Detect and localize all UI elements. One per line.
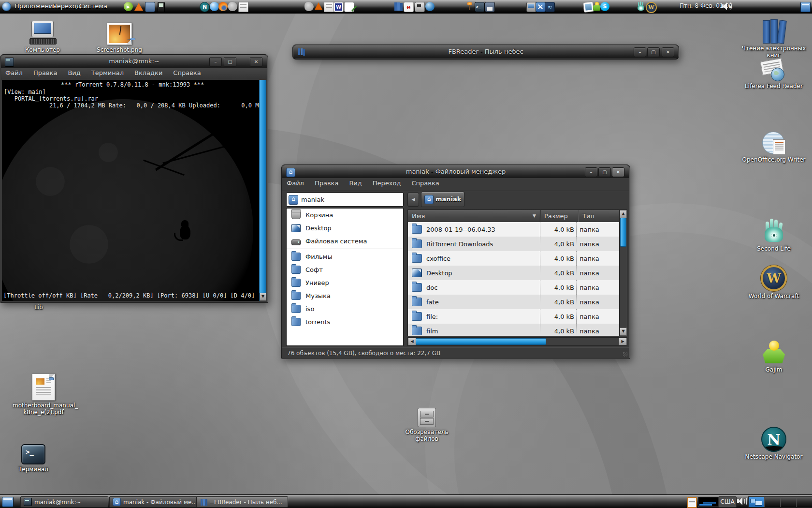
vlc-icon[interactable] bbox=[134, 3, 143, 11]
minimize-button[interactable]: – bbox=[585, 167, 597, 177]
desktop-icon-secondlife[interactable]: Second Life bbox=[742, 219, 805, 252]
terminal-launcher-icon[interactable]: >_ bbox=[475, 2, 485, 12]
menu-file[interactable]: Файл bbox=[282, 178, 308, 191]
sidebar-item-desktop[interactable]: Desktop bbox=[287, 222, 403, 235]
column-header-size[interactable]: Размер bbox=[540, 210, 579, 222]
secondlife-icon[interactable] bbox=[637, 2, 646, 11]
desktop-icon-gajim[interactable]: Gajim bbox=[743, 341, 804, 373]
text-document-icon[interactable] bbox=[324, 2, 334, 12]
desktop-icon-pdf[interactable]: motherboard_manual_ k8ne_e(2).pdf bbox=[13, 374, 74, 416]
wow-icon[interactable]: W bbox=[646, 2, 657, 13]
table-row[interactable]: Desktop 4,0 kB папка bbox=[408, 266, 620, 280]
table-row[interactable]: fate 4,0 kB папка bbox=[408, 295, 620, 309]
floppy-icon[interactable] bbox=[485, 2, 495, 12]
netscape-icon[interactable]: N bbox=[200, 2, 210, 12]
taskbar-item-terminal[interactable]: maniak@mnk:~ bbox=[20, 496, 108, 508]
desktop-icon-computer[interactable]: Компьютер bbox=[14, 21, 72, 53]
table-row[interactable]: film 4,0 kB папка bbox=[408, 324, 620, 336]
desktop-icon-ebook-reading[interactable]: Чтение электронных книг bbox=[741, 20, 806, 59]
torch-icon[interactable] bbox=[465, 2, 474, 11]
scrollbar-thumb[interactable] bbox=[620, 218, 626, 247]
matlab-icon[interactable] bbox=[315, 2, 322, 10]
clipboard-tray-icon[interactable] bbox=[687, 497, 697, 508]
sidebar-item-trash[interactable]: Корзина bbox=[287, 209, 403, 222]
minimize-button[interactable]: – bbox=[634, 47, 646, 57]
menu-places[interactable]: Переход bbox=[52, 2, 81, 10]
mplayer-icon[interactable] bbox=[145, 2, 155, 12]
scroll-up-icon[interactable]: ▲ bbox=[620, 210, 627, 218]
location-combobox[interactable]: ⌂ maniak bbox=[286, 193, 404, 207]
taskbar-item-fbreader[interactable]: =FBReader - Пыль неб... bbox=[196, 496, 288, 508]
menu-system[interactable]: Система bbox=[79, 2, 107, 10]
desktop-icon-netscape[interactable]: N Netscape Navigator bbox=[740, 427, 807, 460]
maximize-button[interactable]: ▢ bbox=[647, 47, 660, 57]
close-button[interactable]: ✕ bbox=[612, 167, 624, 177]
breadcrumb-home-button[interactable]: ⌂ maniak bbox=[421, 192, 464, 207]
scroll-left-icon[interactable]: ◀ bbox=[408, 338, 416, 345]
desktop-icon-file-browser[interactable]: Обозреватель файлов bbox=[395, 408, 458, 442]
menu-help[interactable]: Справка bbox=[407, 178, 443, 191]
display-settings-icon[interactable] bbox=[800, 2, 811, 12]
menu-tabs[interactable]: Вкладки bbox=[130, 68, 167, 80]
sidebar-item-univer[interactable]: Универ bbox=[287, 276, 403, 289]
sidebar-item-music[interactable]: Музыка bbox=[287, 289, 403, 302]
menu-view[interactable]: Вид bbox=[63, 68, 85, 80]
minimize-button[interactable]: – bbox=[209, 57, 222, 67]
desktop-icon-screenshot[interactable]: Screenshot.png bbox=[89, 23, 149, 53]
firefox-icon[interactable] bbox=[218, 2, 228, 11]
scroll-down-icon[interactable]: ▼ bbox=[260, 293, 266, 301]
file-manager-titlebar[interactable]: ⌂ maniak - Файловый менеджер – ▢ ✕ bbox=[282, 165, 629, 179]
table-row[interactable]: doc 4,0 kB папка bbox=[408, 280, 620, 295]
close-button[interactable]: ✕ bbox=[662, 47, 674, 57]
fbreader-titlebar[interactable]: FBReader - Пыль небес – ▢ ✕ bbox=[293, 45, 678, 59]
desktop-icon-liferea[interactable]: Liferea Feed Reader bbox=[741, 58, 806, 90]
menu-edit[interactable]: Правка bbox=[29, 68, 61, 80]
skype-icon[interactable]: S bbox=[600, 2, 609, 11]
column-header-name[interactable]: Имя ▼ bbox=[408, 210, 540, 222]
books-icon[interactable] bbox=[394, 2, 403, 11]
table-row[interactable]: file: 4,0 kB папка bbox=[408, 309, 620, 324]
show-desktop-icon[interactable] bbox=[2, 497, 14, 507]
documents-icon[interactable] bbox=[238, 2, 248, 12]
workspace-2[interactable] bbox=[764, 497, 780, 507]
sidebar-item-soft[interactable]: Софт bbox=[287, 263, 403, 276]
resize-grip[interactable] bbox=[623, 352, 628, 357]
main-menu-icon[interactable] bbox=[2, 2, 11, 11]
notes-icon[interactable] bbox=[344, 2, 354, 12]
desktop-icon-lib[interactable]: Lib bbox=[24, 302, 53, 311]
table-row[interactable]: 2008-01-19--06.04.33 4,0 kB папка bbox=[408, 222, 620, 237]
screenshot-tool-icon[interactable] bbox=[415, 2, 425, 12]
menu-help[interactable]: Справка bbox=[169, 68, 205, 80]
menu-view[interactable]: Вид bbox=[345, 178, 366, 191]
table-row[interactable]: BitTorrent Downloads 4,0 kB папка bbox=[408, 237, 620, 251]
maximize-button[interactable]: ▢ bbox=[598, 167, 611, 177]
workspace-4[interactable] bbox=[796, 497, 812, 507]
volume-icon[interactable] bbox=[737, 497, 746, 506]
back-button[interactable]: ◀ bbox=[407, 193, 419, 207]
word-icon[interactable]: W bbox=[334, 2, 344, 12]
water-drop-icon[interactable] bbox=[210, 2, 219, 11]
table-row[interactable]: cxoffice 4,0 kB папка bbox=[408, 251, 620, 266]
menu-edit[interactable]: Правка bbox=[310, 178, 343, 191]
desktop-icon-wow[interactable]: W World of Warcraft bbox=[741, 265, 806, 299]
taskbar-item-file-manager[interactable]: ⌂ maniak - Файловый ме... bbox=[109, 496, 199, 508]
horizontal-scrollbar[interactable]: ◀ ▶ bbox=[407, 337, 627, 346]
scroll-down-icon[interactable]: ▼ bbox=[620, 328, 627, 336]
scrollbar-thumb[interactable] bbox=[416, 338, 546, 345]
network-arrows-icon[interactable] bbox=[536, 2, 546, 12]
media-player-icon[interactable]: ▶ bbox=[124, 2, 133, 11]
keyboard-layout-indicator[interactable]: США bbox=[718, 496, 737, 508]
workspace-3[interactable] bbox=[780, 497, 796, 507]
menu-file[interactable]: Файл bbox=[1, 68, 27, 80]
sidebar-item-torrents[interactable]: torrents bbox=[287, 315, 403, 329]
sidebar-item-filesystem[interactable]: Файловая система bbox=[287, 235, 403, 248]
system-monitor-tray[interactable] bbox=[698, 497, 720, 507]
desktop-icon-terminal[interactable]: >_ Терминал bbox=[13, 444, 54, 473]
system-monitor-icon[interactable] bbox=[526, 2, 536, 12]
workspace-1[interactable] bbox=[749, 497, 764, 507]
terminal-titlebar[interactable]: maniak@mnk:~ – ▢ ✕ bbox=[1, 55, 267, 68]
terminal-screen[interactable]: *** rTorrent 0.7.8/0.11.8 - mnk:13993 **… bbox=[2, 80, 266, 301]
close-button[interactable]: ✕ bbox=[250, 57, 262, 67]
ipod-icon[interactable] bbox=[158, 2, 165, 12]
menu-applications[interactable]: Приложения bbox=[14, 2, 57, 10]
